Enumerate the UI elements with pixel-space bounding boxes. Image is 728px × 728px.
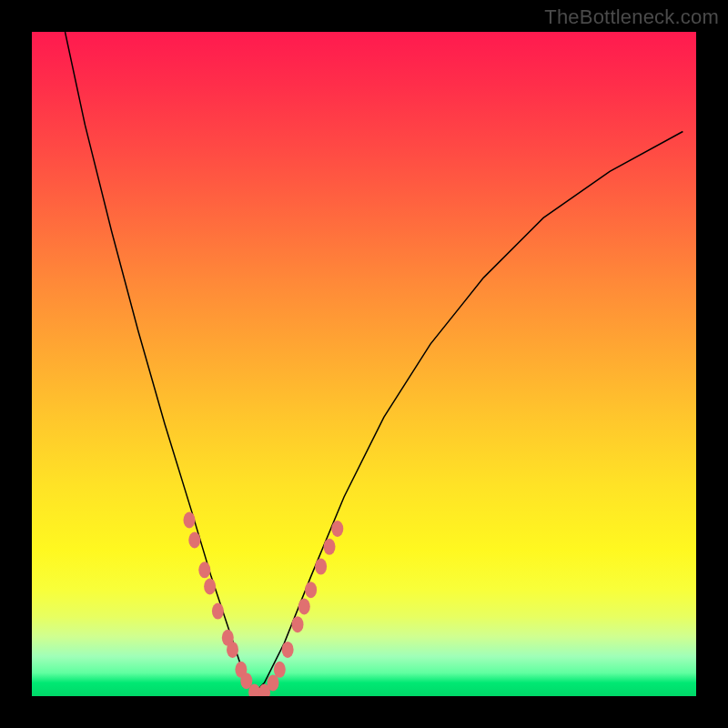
chart-frame: TheBottleneck.com bbox=[0, 0, 728, 728]
curve-bead bbox=[274, 662, 286, 678]
curve-bead bbox=[204, 579, 216, 595]
curve-bead bbox=[305, 581, 317, 598]
curve-bead bbox=[198, 561, 210, 578]
curve-bead bbox=[184, 512, 196, 529]
curve-bead bbox=[292, 616, 304, 632]
curve-svg bbox=[32, 32, 696, 696]
curve-bead bbox=[324, 539, 336, 555]
bead-group bbox=[184, 512, 344, 697]
curve-bead bbox=[315, 559, 327, 575]
watermark-text: TheBottleneck.com bbox=[544, 5, 719, 29]
curve-bead bbox=[227, 642, 238, 658]
plot-area bbox=[32, 32, 696, 696]
bottleneck-curve bbox=[66, 32, 683, 693]
curve-bead bbox=[331, 521, 343, 537]
curve-bead bbox=[268, 674, 279, 691]
curve-bead bbox=[282, 642, 294, 658]
curve-bead bbox=[212, 603, 224, 620]
curve-bead bbox=[298, 599, 310, 615]
curve-bead bbox=[188, 532, 200, 549]
